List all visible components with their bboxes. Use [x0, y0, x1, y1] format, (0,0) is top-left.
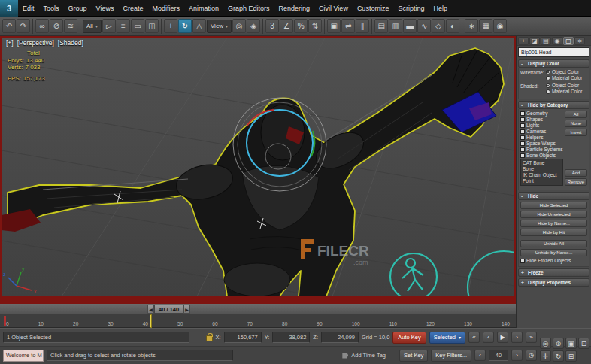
menu-help[interactable]: Help [429, 0, 452, 17]
category-remove-button[interactable]: Remove [565, 178, 587, 186]
layer-explorer-icon[interactable]: ▥ [389, 19, 402, 33]
align-icon[interactable]: ∥ [356, 19, 369, 33]
rollout-freeze[interactable]: + Freeze [518, 268, 589, 277]
go-to-end-icon[interactable]: » [526, 332, 537, 343]
wireframe-object-color-radio[interactable]: Object Color [546, 69, 582, 74]
zoom-icon[interactable]: ◎ [540, 338, 551, 349]
named-selection-sets-icon[interactable]: ▣ [327, 19, 341, 33]
snap-toggle-icon[interactable]: 3 [265, 19, 279, 33]
category-lights-checkbox[interactable]: Lights [520, 123, 563, 128]
menu-scripting[interactable]: Scripting [393, 0, 429, 17]
category-space-warps-checkbox[interactable]: Space Warps [520, 141, 563, 146]
menu-customize[interactable]: Customize [353, 0, 394, 17]
select-and-move-icon[interactable]: + [164, 19, 177, 33]
unhide-by-name-button[interactable]: Unhide by Name... [520, 249, 587, 256]
list-item[interactable]: Point [523, 178, 561, 184]
category-shapes-checkbox[interactable]: Shapes [520, 117, 563, 122]
curve-editor-icon[interactable]: ∿ [417, 19, 431, 33]
hide-by-hit-button[interactable]: Hide by Hit [520, 229, 587, 236]
viewport-general-menu[interactable]: [+] [6, 39, 14, 47]
play-icon[interactable]: ▶ [497, 332, 508, 343]
hide-by-name-button[interactable]: Hide by Name... [520, 220, 587, 227]
unlink-selection-icon[interactable]: ⊘ [50, 19, 63, 33]
rollout-display-color[interactable]: - Display Color [518, 59, 589, 68]
hide-selected-button[interactable]: Hide Selected [520, 202, 587, 209]
wireframe-material-color-radio[interactable]: Material Color [546, 75, 582, 80]
ribbon-icon[interactable]: ▬ [403, 19, 417, 33]
modify-tab[interactable]: ◪ [529, 37, 540, 45]
rollout-hide[interactable]: - Hide [518, 192, 589, 200]
category-cameras-checkbox[interactable]: Cameras [520, 129, 563, 134]
use-pivot-center-icon[interactable]: ◎ [232, 19, 246, 33]
percent-snap-icon[interactable]: % [294, 19, 308, 33]
add-time-tag-label[interactable]: Add Time Tag [351, 352, 386, 359]
utilities-tab[interactable]: ∗ [574, 37, 585, 45]
category-particle-systems-checkbox[interactable]: Particle Systems [520, 147, 563, 152]
category-add-button[interactable]: Add [565, 169, 587, 177]
welcome-window-fragment[interactable]: Welcome to M [3, 350, 44, 362]
set-key-button[interactable]: Set Key [399, 350, 428, 362]
object-name-field[interactable]: Bip001 Head [518, 47, 589, 57]
x-coordinate-field[interactable]: 150,677 [224, 332, 262, 343]
unhide-all-button[interactable]: Unhide All [520, 240, 587, 247]
mirror-icon[interactable]: ⇌ [341, 19, 355, 33]
rollout-hide-by-category[interactable]: - Hide by Category [518, 101, 589, 109]
display-tab[interactable]: ▢ [563, 37, 574, 45]
category-bone-objects-checkbox[interactable]: Bone Objects [520, 153, 563, 158]
frame-down-icon[interactable]: ‹ [474, 350, 486, 361]
next-frame-icon[interactable]: › [511, 332, 523, 343]
key-filters-button[interactable]: Key Filters... [431, 350, 471, 362]
current-frame-field[interactable]: 40 [489, 350, 508, 361]
time-slider-handle[interactable]: ◀ 40 / 140 ▶ [147, 305, 190, 314]
zoom-region-icon[interactable]: ⊡ [578, 338, 589, 349]
hide-frozen-objects-checkbox[interactable]: Hide Frozen Objects [520, 258, 587, 263]
auto-key-button[interactable]: Auto Key [392, 332, 426, 344]
category-class-list[interactable]: CAT Bone Bone IK Chain Object Point [520, 159, 563, 186]
window-crossing-icon[interactable]: ◫ [145, 19, 159, 33]
menu-animation[interactable]: Animation [184, 0, 223, 17]
list-item[interactable]: CAT Bone [523, 160, 561, 166]
rectangular-selection-region-icon[interactable]: ▭ [131, 19, 144, 33]
category-all-button[interactable]: All [565, 111, 587, 118]
select-and-manipulate-icon[interactable]: ◈ [247, 19, 260, 33]
maximize-viewport-icon[interactable]: ⊞ [565, 350, 577, 362]
select-object-icon[interactable]: ▻ [102, 19, 116, 33]
rendered-frame-icon[interactable]: ▦ [479, 19, 492, 33]
render-production-icon[interactable]: ◉ [493, 19, 507, 33]
select-by-name-icon[interactable]: ≡ [117, 19, 130, 33]
select-and-rotate-icon[interactable]: ↻ [178, 19, 192, 33]
menu-rendering[interactable]: Rendering [274, 0, 315, 17]
key-mode-dropdown[interactable]: Selected ▾ [429, 332, 465, 344]
z-coordinate-field[interactable]: 24,099 [321, 332, 359, 343]
app-logo-icon[interactable]: 3 [0, 0, 18, 17]
category-geometry-checkbox[interactable]: Geometry [520, 111, 563, 116]
create-tab[interactable]: + [518, 37, 529, 45]
previous-frame-icon[interactable]: ‹ [483, 332, 494, 343]
menu-graph-editors[interactable]: Graph Editors [223, 0, 274, 17]
menu-create[interactable]: Create [118, 0, 147, 17]
reference-coordinate-system-dropdown[interactable]: View ▾ [207, 20, 232, 33]
next-frame-arrow-icon[interactable]: ▶ [183, 305, 190, 314]
hierarchy-tab[interactable]: ▤ [541, 37, 551, 45]
zoom-extents-icon[interactable]: ▣ [565, 338, 577, 349]
go-to-start-icon[interactable]: « [468, 332, 480, 343]
menu-modifiers[interactable]: Modifiers [147, 0, 184, 17]
time-configuration-icon[interactable]: ◷ [526, 350, 537, 361]
menu-civil-view[interactable]: Civil View [314, 0, 353, 17]
render-setup-icon[interactable]: ∗ [465, 19, 478, 33]
spinner-snap-icon[interactable]: ⇅ [308, 19, 322, 33]
orbit-icon[interactable]: ↻ [553, 350, 564, 362]
category-invert-button[interactable]: Invert [565, 129, 587, 136]
select-and-scale-icon[interactable]: △ [192, 19, 206, 33]
select-and-link-icon[interactable]: ∞ [35, 19, 49, 33]
viewport-shading-menu[interactable]: [Shaded] [58, 39, 83, 47]
time-slider[interactable]: ◀ 40 / 140 ▶ [0, 304, 516, 314]
category-none-button[interactable]: None [565, 120, 587, 127]
perspective-viewport[interactable]: FILECR .com x y z [+] [Perspective] [Sha… [0, 36, 516, 298]
redo-icon[interactable]: ↷ [17, 19, 30, 33]
bind-to-space-warp-icon[interactable]: ≋ [64, 19, 77, 33]
menu-edit[interactable]: Edit [18, 0, 39, 17]
selection-lock-icon[interactable] [206, 335, 213, 341]
shaded-material-color-radio[interactable]: Material Color [546, 89, 582, 94]
menu-group[interactable]: Group [64, 0, 92, 17]
